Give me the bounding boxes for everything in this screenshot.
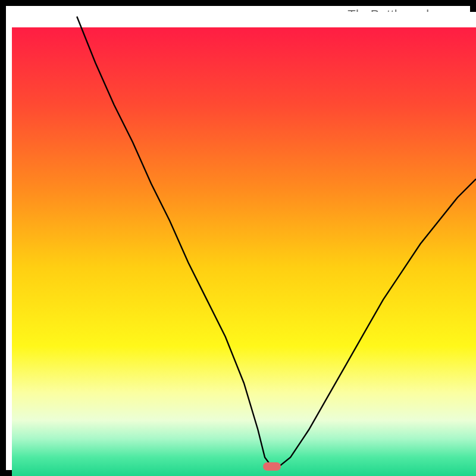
curve-svg (12, 12, 476, 476)
chart-frame: TheBottleneck.com (0, 0, 476, 476)
plot-area (12, 12, 476, 476)
bottleneck-curve (77, 17, 476, 467)
bottleneck-marker (263, 462, 281, 471)
